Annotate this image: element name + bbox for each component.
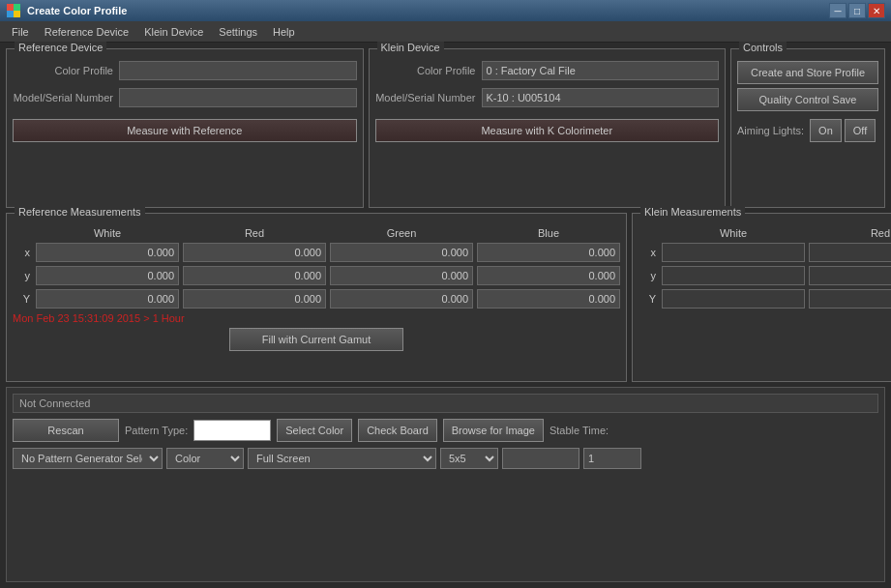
ref-row-x-label: x [13, 247, 32, 258]
app-icon [6, 3, 21, 18]
klein-measurements-group: Klein Measurements White Red Green Blue … [632, 213, 891, 382]
window-title: Create Color Profile [27, 5, 823, 16]
reference-device-title: Reference Device [15, 42, 106, 53]
ref-Y-red[interactable] [183, 289, 326, 309]
color-swatch [193, 420, 271, 441]
ref-col-white: White [36, 227, 179, 239]
aiming-lights-row: Aiming Lights: On Off [737, 119, 878, 142]
stable-time-label: Stable Time: [549, 425, 609, 436]
menu-klein-device[interactable]: Klein Device [136, 24, 211, 40]
svg-rect-2 [7, 11, 14, 17]
ref-model-serial-input[interactable] [119, 88, 357, 107]
reference-device-group: Reference Device Color Profile Model/Ser… [6, 48, 364, 208]
grid-size-dropdown[interactable]: 5x5 [440, 448, 498, 469]
fill-gamut-button[interactable]: Fill with Current Gamut [229, 328, 403, 351]
klein-y-white[interactable] [662, 266, 805, 285]
minimize-button[interactable]: ─ [829, 3, 846, 18]
controls-buttons: Create and Store Profile Quality Control… [737, 61, 878, 142]
screen-mode-dropdown[interactable]: Full Screen [248, 448, 436, 469]
pattern-type-label: Pattern Type: [125, 425, 188, 436]
menu-file[interactable]: File [4, 24, 37, 40]
menu-settings[interactable]: Settings [211, 24, 265, 40]
klein-x-red[interactable] [809, 243, 891, 262]
klein-Y-red[interactable] [809, 289, 891, 309]
ref-color-profile-input[interactable] [119, 61, 357, 80]
title-bar: Create Color Profile ─ □ ✕ [0, 0, 891, 21]
klein-device-title: Klein Device [377, 42, 444, 53]
create-profile-button[interactable]: Create and Store Profile [737, 61, 878, 84]
pattern-generator-dropdown[interactable]: No Pattern Generator Selecte [13, 448, 163, 469]
klein-row-x: x [639, 243, 891, 262]
ref-model-serial-row: Model/Serial Number [13, 88, 357, 107]
ref-col-red: Red [183, 227, 326, 239]
ref-x-red[interactable] [183, 243, 326, 262]
menu-reference-device[interactable]: Reference Device [37, 24, 136, 40]
rescan-button[interactable]: Rescan [13, 419, 119, 442]
ref-y-red[interactable] [183, 266, 326, 285]
ref-y-blue[interactable] [477, 266, 620, 285]
main-content: Reference Device Color Profile Model/Ser… [0, 43, 891, 588]
ref-row-y: y [13, 266, 620, 285]
klein-color-profile-row: Color Profile [375, 61, 720, 80]
ref-y-white[interactable] [36, 266, 179, 285]
ref-y-green[interactable] [330, 266, 473, 285]
select-color-button[interactable]: Select Color [277, 419, 352, 442]
close-button[interactable]: ✕ [868, 3, 885, 18]
klein-row-Y-label: Y [639, 293, 658, 305]
stable-time-input[interactable] [583, 448, 641, 469]
klein-row-x-label: x [639, 247, 658, 258]
middle-row: Reference Measurements White Red Green B… [6, 213, 885, 382]
klein-col-red: Red [809, 227, 891, 239]
aiming-buttons: On Off [810, 119, 876, 142]
ref-col-blue: Blue [477, 227, 620, 239]
browse-image-button[interactable]: Browse for Image [443, 419, 544, 442]
ref-model-serial-label: Model/Serial Number [13, 92, 119, 103]
aiming-on-button[interactable]: On [810, 119, 842, 142]
controls-group: Controls Create and Store Profile Qualit… [730, 48, 885, 208]
ref-x-green[interactable] [330, 243, 473, 262]
klein-device-group: Klein Device Color Profile Model/Serial … [369, 48, 727, 208]
top-row: Reference Device Color Profile Model/Ser… [6, 48, 885, 208]
klein-Y-white[interactable] [662, 289, 805, 309]
aiming-lights-label: Aiming Lights: [737, 125, 804, 136]
color-mode-dropdown[interactable]: Color [166, 448, 244, 469]
klein-measurements-title: Klein Measurements [640, 206, 745, 218]
ref-Y-green[interactable] [330, 289, 473, 309]
timestamp-text: Mon Feb 23 15:31:09 2015 > 1 Hour [13, 312, 620, 324]
dropdowns-row: No Pattern Generator Selecte Color Full … [13, 448, 878, 469]
svg-rect-0 [7, 4, 14, 11]
reference-measurements-group: Reference Measurements White Red Green B… [6, 213, 627, 382]
klein-model-serial-label: Model/Serial Number [375, 92, 482, 103]
menu-bar: File Reference Device Klein Device Setti… [0, 21, 891, 43]
bottom-controls-row: Rescan Pattern Type: Select Color Check … [13, 419, 878, 442]
svg-rect-3 [14, 11, 20, 17]
window-controls: ─ □ ✕ [829, 3, 885, 18]
aiming-off-button[interactable]: Off [845, 119, 876, 142]
ref-color-profile-label: Color Profile [13, 65, 119, 76]
ref-x-white[interactable] [36, 243, 179, 262]
klein-y-red[interactable] [809, 266, 891, 285]
ref-Y-blue[interactable] [477, 289, 620, 309]
measure-reference-button[interactable]: Measure with Reference [13, 119, 357, 142]
ref-col-green: Green [330, 227, 473, 239]
ref-row-y-label: y [13, 270, 32, 281]
color-hex-input[interactable] [502, 448, 579, 469]
check-board-button[interactable]: Check Board [358, 419, 437, 442]
klein-x-white[interactable] [662, 243, 805, 262]
klein-color-profile-label: Color Profile [375, 65, 482, 76]
klein-meas-header: White Red Green Blue [639, 227, 891, 239]
menu-help[interactable]: Help [265, 24, 303, 40]
controls-title: Controls [739, 42, 787, 53]
measure-klein-button[interactable]: Measure with K Colorimeter [375, 119, 720, 142]
klein-model-serial-input[interactable] [482, 88, 720, 107]
quality-control-button[interactable]: Quality Control Save [737, 88, 878, 111]
ref-Y-white[interactable] [36, 289, 179, 309]
ref-meas-header: White Red Green Blue [13, 227, 620, 239]
klein-row-y: y [639, 266, 891, 285]
maximize-button[interactable]: □ [848, 3, 866, 18]
ref-x-blue[interactable] [477, 243, 620, 262]
klein-color-profile-input[interactable] [482, 61, 720, 80]
bottom-section: Not Connected Rescan Pattern Type: Selec… [6, 387, 885, 582]
klein-row-y-label: y [639, 270, 658, 281]
ref-row-Y: Y [13, 289, 620, 309]
